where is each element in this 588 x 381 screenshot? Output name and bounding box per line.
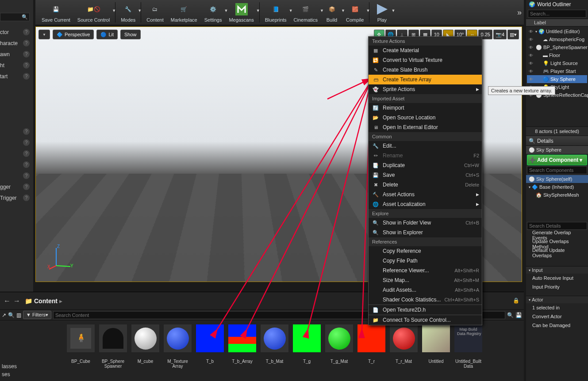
- ctx-open-source[interactable]: 📂Open Source Location: [369, 113, 482, 122]
- asset-t-g-mat[interactable]: T_g_Mat: [325, 324, 354, 364]
- detail-row[interactable]: Auto Receive Input: [526, 274, 588, 282]
- details-component-search[interactable]: [527, 166, 587, 174]
- detail-row[interactable]: 1 selected in: [526, 303, 588, 312]
- detail-row[interactable]: Default Update Overlaps: [526, 248, 588, 257]
- placeactor-row[interactable]: ?: [0, 126, 31, 137]
- ctx-sprite-actions[interactable]: 👻Sprite Actions▶: [369, 84, 482, 94]
- perspective-button[interactable]: 🔷 Perspective: [53, 30, 94, 39]
- asset-bp-cube[interactable]: 🧍BP_Cube: [66, 324, 95, 364]
- ctx-audit[interactable]: Audit Assets...Alt+Shift+A: [369, 285, 482, 295]
- placeactor-ptrigger[interactable]: Trigger?: [0, 192, 31, 203]
- outliner-item[interactable]: 👁⚪ BP_SphereSpawner: [527, 43, 587, 51]
- ctx-open-external[interactable]: 🖥Open In External Editor: [369, 122, 482, 132]
- outliner-search[interactable]: [528, 10, 586, 18]
- placeactor-row[interactable]: ?: [0, 148, 31, 159]
- asset-t-b-mat[interactable]: T_b_Mat: [260, 324, 289, 364]
- placeactor-row[interactable]: ?: [0, 137, 31, 148]
- ctx-copy-path[interactable]: Copy File Path: [369, 256, 482, 266]
- ctx-reimport[interactable]: 🔄Reimport: [369, 103, 482, 113]
- class-row[interactable]: ses: [0, 370, 12, 378]
- asset-built-data[interactable]: Map Build Data RegistryUntitled_Built Da…: [454, 324, 483, 369]
- ctx-connect-src[interactable]: 📁Connect To Source Control...: [369, 315, 482, 325]
- placeactor-character[interactable]: haracte?: [0, 38, 31, 49]
- details-mesh[interactable]: 🏠 SkySphereMesh: [526, 191, 588, 199]
- marketplace-button[interactable]: 🛒Marketplace: [167, 1, 201, 23]
- nav-back-icon[interactable]: ←: [4, 297, 11, 305]
- add-component-button[interactable]: ➕ Add Component ▾: [527, 155, 587, 165]
- viewport-layout[interactable]: ▥▾: [507, 30, 519, 39]
- details-self[interactable]: ⚪ Sky Sphere(self): [526, 175, 588, 183]
- asset-t-r[interactable]: T_r: [357, 324, 386, 364]
- asset-m-texture-array[interactable]: M_Texture Array: [163, 324, 192, 369]
- lock-icon[interactable]: 🔒: [513, 297, 519, 304]
- nav-fwd-icon[interactable]: →: [13, 297, 20, 305]
- content-button[interactable]: 🗂Content: [143, 1, 167, 23]
- placeactor-light[interactable]: ht?: [0, 60, 31, 71]
- placeactor-actor[interactable]: ctor?: [0, 27, 31, 38]
- outliner-item[interactable]: 👁🎮 Player Start: [527, 67, 587, 75]
- ctx-show-explorer[interactable]: 🔍Show in Explorer: [369, 228, 482, 237]
- detail-row[interactable]: Generate Overlap Events: [526, 231, 588, 240]
- asset-bp-sphere-spawner[interactable]: BP_Sphere Spawner: [99, 324, 127, 369]
- cb-expand-icon[interactable]: ↗: [2, 312, 6, 318]
- show-button[interactable]: Show: [120, 30, 141, 39]
- modes-button[interactable]: 🔧Modes▼: [117, 1, 139, 23]
- details-search[interactable]: [527, 222, 587, 230]
- ctx-show-folder[interactable]: 🔍Show in Folder ViewCtrl+B: [369, 218, 482, 228]
- asset-t-b-array[interactable]: T_b_Array: [228, 324, 257, 364]
- details-base[interactable]: ▾🔷 Base (Inherited): [526, 183, 588, 191]
- asset-t-r-mat[interactable]: T_r_Mat: [389, 324, 418, 364]
- cb-path[interactable]: 📁 Content ▸: [25, 297, 62, 305]
- details-cat-actor[interactable]: ▾Actor: [526, 296, 588, 303]
- ctx-create-material[interactable]: ▦Create Material: [369, 46, 482, 55]
- detail-row[interactable]: Can be Damaged: [526, 321, 588, 330]
- outliner-label-col[interactable]: Label: [526, 19, 588, 27]
- cb-filters[interactable]: ▼ Filters▾: [23, 311, 51, 319]
- ctx-save[interactable]: 💾SaveCtrl+S: [369, 170, 482, 180]
- placeactor-row[interactable]: ?: [0, 170, 31, 181]
- ctx-open-header[interactable]: 📄Open Texture2D.h: [369, 305, 482, 315]
- detail-row[interactable]: Convert Actor: [526, 312, 588, 321]
- placeactor-pawn[interactable]: awn?: [0, 49, 31, 60]
- search-icon[interactable]: 🔍: [507, 312, 514, 318]
- ctx-asset-actions[interactable]: 🔨Asset Actions▶: [369, 190, 482, 199]
- outliner-item[interactable]: 👁▬ Floor: [527, 51, 587, 59]
- ctx-duplicate[interactable]: 📑DuplicateCtrl+W: [369, 160, 482, 170]
- ctx-edit[interactable]: 🔧Edit...: [369, 141, 482, 151]
- asset-untitled[interactable]: Untitled: [422, 324, 450, 364]
- placeactor-row[interactable]: ?: [0, 159, 31, 170]
- build-button[interactable]: 📦Build▼: [321, 1, 342, 23]
- ctx-convert-vt[interactable]: 🔁Convert to Virtual Texture: [369, 55, 482, 65]
- ctx-delete[interactable]: ✖DeleteDelete: [369, 180, 482, 190]
- cb-tree-toggle[interactable]: ▥: [16, 312, 21, 318]
- outliner-item[interactable]: 👁💡 Light Source: [527, 59, 587, 67]
- detail-row[interactable]: Update Overlaps Method: [526, 240, 588, 248]
- camera-speed[interactable]: 📷 4: [493, 30, 507, 39]
- cinematics-button[interactable]: 🎬Cinematics▼: [290, 1, 321, 23]
- settings-button[interactable]: ⚙️Settings▼: [201, 1, 226, 23]
- search-icon[interactable]: 🔍: [8, 312, 15, 318]
- placeactor-start[interactable]: tart?: [0, 71, 31, 82]
- asset-t-b[interactable]: T_b: [196, 324, 224, 364]
- ctx-ref-viewer[interactable]: Reference Viewer...Alt+Shift+R: [369, 266, 482, 275]
- blueprints-button[interactable]: 📘Blueprints▼: [261, 1, 290, 23]
- asset-t-g[interactable]: T_g: [292, 324, 321, 364]
- compile-button[interactable]: 🧱Compile▼: [342, 1, 367, 23]
- details-cat-input[interactable]: ▾Input: [526, 266, 588, 274]
- ctx-create-slate[interactable]: ✎Create Slate Brush: [369, 65, 482, 75]
- outliner-item[interactable]: 👁☁ AtmosphericFog: [527, 35, 587, 43]
- source-control-button[interactable]: 📁🚫Source Control▼: [74, 1, 113, 23]
- ctx-create-texture-array[interactable]: 🗃Create Texture Array: [369, 75, 482, 84]
- save-button[interactable]: 💾Save Current: [38, 1, 74, 23]
- toolbar-overflow-icon[interactable]: »: [517, 8, 522, 17]
- outliner-root[interactable]: 👁▾🌍 Untitled (Editor): [527, 27, 587, 35]
- megascans-button[interactable]: Megascans▼: [225, 1, 257, 23]
- ctx-asset-loc[interactable]: 🌐Asset Localization▶: [369, 199, 482, 209]
- asset-m-cube[interactable]: M_cube: [131, 324, 160, 364]
- outliner-item-selected[interactable]: 👁🔵 Sky Sphere: [527, 75, 587, 83]
- place-search[interactable]: 🔍: [0, 13, 30, 21]
- cb-save-icon[interactable]: 💾: [515, 312, 522, 318]
- ctx-size-map[interactable]: Size Map...Alt+Shift+M: [369, 275, 482, 285]
- lit-button[interactable]: 🔵 Lit: [96, 30, 118, 39]
- class-row[interactable]: lasses: [0, 362, 19, 370]
